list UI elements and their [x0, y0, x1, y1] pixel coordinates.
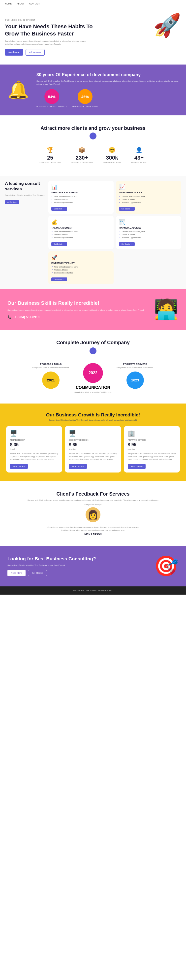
smile-icon: 😊: [103, 147, 121, 153]
financial-details-btn[interactable]: Get Details →: [119, 242, 135, 246]
growth-title: Our Business Growth is Really Incredible…: [6, 412, 180, 418]
investment2-details-btn[interactable]: Get Details →: [51, 277, 67, 281]
plan-membership-period: /monthly: [10, 448, 58, 450]
banner-title: 30 years Of Experience of development co…: [37, 72, 178, 78]
plan-private-price: $ 95: [128, 442, 176, 447]
service-strategy-title: STRATEGY & PLANNING: [51, 191, 111, 194]
stat-experience-number: 43+: [132, 154, 147, 161]
plan-membership-desc: Sample text. Click to select the Text. M…: [10, 452, 58, 461]
plan-dedicated-desc: Sample text. Click to select the Text. M…: [69, 452, 117, 461]
strategy-details-btn[interactable]: Get Details →: [51, 207, 67, 211]
footer-text: Sample Text. Click to select the Text El…: [5, 589, 181, 592]
bottom-buttons: Read More Get Started: [8, 570, 149, 576]
plan-private-period: /monthly: [128, 448, 176, 450]
feedback-image-label: Image from Freepik: [6, 503, 180, 506]
list-item: ✓Trades & Stocks: [51, 198, 111, 201]
box-icon: 📦: [71, 147, 93, 153]
banner-text-block: 30 years Of Experience of development co…: [37, 72, 178, 108]
private-icon: 🏢: [128, 430, 176, 437]
nav-contact[interactable]: CONTACT: [29, 3, 40, 5]
list-item: ✓Business Opportunities: [119, 201, 178, 204]
skill-description: Sampletext. Lorem ipsum dolor sit amet, …: [8, 309, 149, 312]
plan-membership: 🖥️ MEMBERSHIP $ 35 /monthly Sample text.…: [6, 426, 62, 473]
list-item: ✓Business Opportunities: [51, 236, 111, 239]
feedback-section: Client's Feedback For Services Sample te…: [0, 481, 186, 546]
dedicated-read-btn[interactable]: READ MORE: [69, 464, 87, 469]
skill-title: Our Business Skill is Really Incredible!: [8, 300, 149, 306]
growth-description: Sample text. Click to select the Text El…: [6, 419, 180, 421]
check-icon: ✓: [51, 272, 53, 274]
list-item: ✓Trades & Stocks: [119, 198, 178, 201]
journey-2023-title: PROJECTS DELIVERD: [115, 363, 155, 365]
bottom-get-started-btn[interactable]: Get Started: [28, 570, 47, 576]
plan-dedicated-type: DEDICATED DESK: [69, 439, 117, 441]
journey-section: Complete Journey of Company ↓ PROCESS & …: [0, 330, 186, 404]
list-item: ✓Trades & Stocks: [51, 233, 111, 236]
hero-image: 🚀: [132, 15, 181, 60]
all-services-btn[interactable]: All Services: [5, 200, 19, 204]
feedback-title: Client's Feedback For Services: [6, 491, 180, 497]
nav-home[interactable]: HOME: [5, 3, 12, 5]
experience-banner: 🔔 30 years Of Experience of development …: [0, 65, 186, 115]
check-icon: ✓: [51, 195, 53, 197]
check-icon: ✓: [119, 234, 121, 236]
stats-row: 🏆 25 YEARS OF OPERATION 📦 230+ PROJECTS …: [5, 145, 181, 171]
year-2022-circle: 2022: [83, 363, 103, 383]
list-item: ✓Time for lead research, work: [51, 195, 111, 198]
check-icon: ✓: [119, 198, 121, 200]
check-icon: ✓: [51, 234, 53, 236]
banner-stats: 54% BUSINESS STRATEGY GROWTH 46% FINANCE…: [37, 89, 178, 108]
service-investment-title: INVESTMENT POLICY: [119, 191, 178, 194]
journey-row: PROCESS & TOOLS Sample text. Click to se…: [5, 361, 181, 394]
check-icon: ✓: [119, 195, 121, 197]
all-services-button[interactable]: All Services: [25, 49, 45, 56]
services-section: A leading consult services Sample text. …: [0, 176, 186, 289]
person-icon: 🧑‍💻: [154, 298, 178, 321]
bottom-read-more-btn[interactable]: Read More: [8, 570, 25, 576]
check-icon: ✓: [51, 198, 53, 200]
check-icon: ✓: [119, 201, 121, 204]
plans-row: 🖥️ MEMBERSHIP $ 35 /monthly Sample text.…: [6, 426, 180, 473]
list-item: ✓Time for lead research, work: [51, 230, 111, 233]
read-more-button[interactable]: Read More: [5, 49, 23, 56]
stat-clients: 😊 300k SATISFIED CLIENTS: [103, 147, 121, 164]
services-layout: A leading consult services Sample text. …: [5, 181, 181, 284]
strategy-icon: 📊: [51, 184, 111, 190]
list-item: ✓Time for lead research, work: [119, 195, 178, 198]
plan-private-type: PRIVATE OFFICE: [128, 439, 176, 441]
membership-icon: 🖥️: [10, 430, 58, 437]
tax-icon: 💰: [51, 219, 111, 225]
check-icon: ✓: [119, 231, 121, 233]
service-tax-list: ✓Time for lead research, work ✓Trades & …: [51, 230, 111, 239]
membership-read-btn[interactable]: READ MORE: [10, 464, 28, 469]
plan-membership-price: $ 35: [10, 442, 58, 447]
journey-2021-desc: Sample text. Click to select the Text El…: [31, 366, 71, 369]
feedback-quote: Quam lacus suspendisse faucibus interdum…: [43, 526, 143, 532]
rocket-icon: 🚀: [153, 13, 181, 38]
bottom-description: Sampletext. Click to select the Text Bus…: [8, 564, 149, 566]
plan-private: 🏢 PRIVATE OFFICE $ 95 /monthly Sample te…: [124, 426, 180, 473]
phone-number: 📞 +1 (234) 567-8910: [8, 315, 149, 319]
journey-item-2023: PROJECTS DELIVERD Sample text. Click to …: [115, 363, 155, 391]
investment-details-btn[interactable]: Get Details →: [119, 207, 135, 211]
year-2023-circle: 2023: [127, 372, 144, 389]
check-icon: ✓: [51, 269, 53, 271]
list-item: ✓Business Opportunities: [119, 236, 178, 239]
nav-about[interactable]: ABOUT: [17, 3, 24, 5]
stat-business-strategy: 54% BUSINESS STRATEGY GROWTH: [37, 89, 67, 108]
navigation: HOME ABOUT CONTACT: [0, 0, 186, 8]
target-icon: 🎯: [154, 554, 178, 578]
investment-icon: 📈: [119, 184, 178, 190]
tax-details-btn[interactable]: Get Details →: [51, 242, 67, 246]
journey-2022-desc: Sample text. Click to select the Text El…: [75, 391, 111, 394]
person-icon: 👤: [132, 147, 147, 153]
service-tax-title: TAX MANAGEMENT: [51, 227, 111, 229]
private-read-btn[interactable]: READ MORE: [128, 464, 146, 469]
check-icon: ✓: [119, 237, 121, 239]
plan-dedicated-price: $ 65: [69, 442, 117, 447]
stat-clients-number: 300k: [103, 154, 121, 161]
service-investment2-list: ✓Time for lead research, work ✓Trades & …: [51, 266, 111, 274]
list-item: ✓Time for lead research, work: [119, 230, 178, 233]
service-investment-list: ✓Time for lead research, work ✓Trades & …: [119, 195, 178, 204]
attract-section: Attract more clients and grow your busin…: [0, 115, 186, 176]
